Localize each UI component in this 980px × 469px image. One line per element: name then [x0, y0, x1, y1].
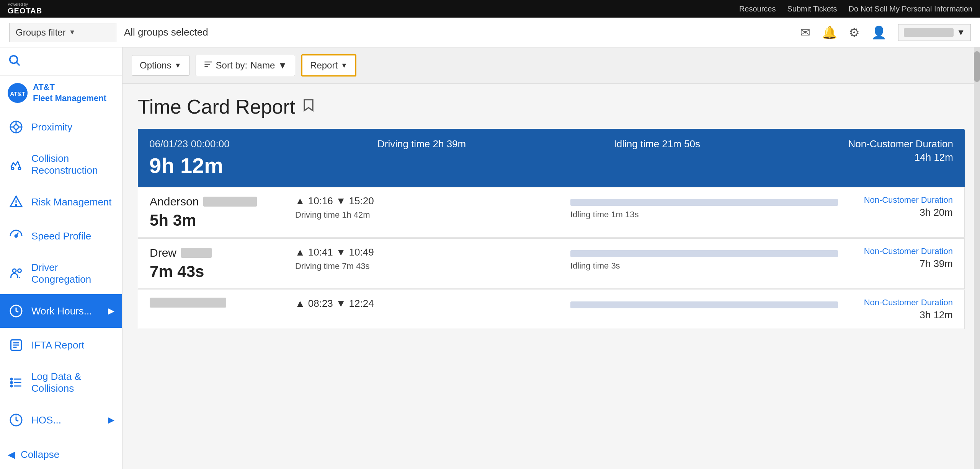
workhours-icon — [8, 303, 24, 319]
summary-driving-time: Driving time 2h 39m — [377, 138, 466, 150]
driver-driving-anderson: Driving time 1h 42m — [295, 210, 563, 220]
geotab-logo: Powered by GEOTAB — [8, 2, 42, 15]
depart-time-drew: 10:49 — [349, 246, 374, 258]
hos-chevron-icon: ▶ — [108, 415, 114, 425]
sidebar-item-proximity[interactable]: Proximity — [0, 110, 122, 144]
sidebar-item-workhours[interactable]: Work Hours... ▶ — [0, 294, 122, 328]
depart-time-anderson: 15:20 — [349, 195, 374, 207]
sort-chevron-icon: ▼ — [278, 60, 287, 71]
svg-point-14 — [15, 235, 17, 237]
hos-icon — [8, 412, 24, 428]
logo-area: Powered by GEOTAB — [8, 2, 42, 15]
sidebar-item-logdata[interactable]: Log Data & Collisions — [0, 362, 122, 403]
report-title-text: Time Card Report — [138, 95, 295, 118]
main-layout: AT&T AT&T Fleet Management — [0, 47, 980, 469]
bell-icon-button[interactable]: 🔔 — [822, 25, 837, 40]
user-icon-button[interactable]: 👤 — [871, 25, 887, 40]
driver-time-range-drew: ▲ 10:41 ▼ 10:49 — [295, 246, 563, 258]
sidebar: AT&T AT&T Fleet Management — [0, 47, 122, 469]
options-button[interactable]: Options ▼ — [132, 55, 189, 76]
driver-row-3: ▲ 08:23 ▼ 12:24 Non-Customer Duration 3h… — [138, 290, 965, 329]
progress-bar-drew — [570, 250, 838, 257]
summary-header: 06/01/23 00:00:00 9h 12m Driving time 2h… — [138, 129, 965, 187]
geotab-logo-text: GEOTAB — [8, 7, 42, 15]
brand-name-line1: AT&T — [33, 82, 106, 93]
driver-name-block-3 — [150, 298, 287, 308]
sidebar-item-risk[interactable]: Risk Management — [0, 185, 122, 219]
driver-name-drew: Drew — [150, 246, 287, 259]
sort-value: Name — [250, 60, 275, 71]
sidebar-collapse[interactable]: ◀ Collapse — [0, 440, 122, 469]
report-title: Time Card Report — [138, 95, 965, 118]
risk-icon — [8, 194, 24, 210]
arrive-time-anderson: 10:16 — [308, 195, 333, 207]
mail-icon-button[interactable]: ✉ — [800, 25, 810, 40]
sidebar-item-label-hos: HOS... — [31, 414, 61, 426]
user-name-blur — [904, 28, 954, 37]
scroll-thumb[interactable] — [974, 51, 980, 82]
sidebar-item-ifta[interactable]: IFTA Report — [0, 328, 122, 362]
summary-non-customer-value: 14h 12m — [848, 151, 953, 163]
driver-idling-drew: Idling time 3s — [570, 261, 838, 271]
sidebar-item-hos[interactable]: HOS... ▶ — [0, 403, 122, 437]
svg-point-15 — [13, 269, 16, 272]
driver-noncust-val-anderson: 3h 20m — [846, 207, 953, 218]
driver-total-anderson: 5h 3m — [150, 211, 287, 230]
sidebar-item-label-collision: Collision Reconstruction — [31, 153, 114, 176]
progress-bar-container-drew: Idling time 3s — [570, 246, 838, 271]
sidebar-item-label-congregation: Driver Congregation — [31, 262, 114, 285]
sidebar-search[interactable] — [0, 47, 122, 76]
nav-items: Proximity Collision Reconstruction — [0, 110, 122, 440]
user-dropdown-button[interactable]: ▼ — [898, 24, 971, 41]
submit-tickets-link[interactable]: Submit Tickets — [787, 5, 837, 13]
driver-times-drew: ▲ 10:41 ▼ 10:49 Driving time 7m 43s — [295, 246, 563, 271]
driver-total-drew: 7m 43s — [150, 262, 287, 281]
driver-noncust-block-3: Non-Customer Duration 3h 12m — [846, 298, 953, 321]
driver-name-blur-anderson — [203, 197, 257, 207]
report-label: Report — [310, 60, 338, 71]
sort-button[interactable]: Sort by: Name ▼ — [196, 55, 296, 76]
driver-time-range-anderson: ▲ 10:16 ▼ 15:20 — [295, 195, 563, 207]
sidebar-item-label-ifta: IFTA Report — [31, 339, 84, 351]
driver-noncust-val-drew: 7h 39m — [846, 258, 953, 270]
sidebar-item-speed[interactable]: Speed Profile — [0, 219, 122, 253]
driver-name-block-anderson: Anderson 5h 3m — [150, 195, 287, 230]
driver-name-blur-3 — [150, 298, 226, 308]
groups-filter-button[interactable]: Groups filter ▼ — [9, 23, 116, 42]
driver-name-anderson: Anderson — [150, 195, 287, 208]
driver-times-anderson: ▲ 10:16 ▼ 15:20 Driving time 1h 42m — [295, 195, 563, 220]
arrive-time-3: 08:23 — [308, 298, 333, 309]
resources-link[interactable]: Resources — [739, 5, 776, 13]
driver-times-3: ▲ 08:23 ▼ 12:24 — [295, 298, 563, 309]
sidebar-item-label-risk: Risk Management — [31, 196, 112, 208]
proximity-icon — [8, 119, 24, 135]
gear-icon-button[interactable]: ⚙ — [849, 25, 860, 40]
driver-time-range-3: ▲ 08:23 ▼ 12:24 — [295, 298, 563, 309]
depart-arrow-anderson: ▼ — [336, 195, 346, 207]
driver-name-3 — [150, 298, 287, 308]
driver-noncust-label-3: Non-Customer Duration — [846, 298, 953, 308]
do-not-sell-link[interactable]: Do Not Sell My Personal Information — [849, 5, 972, 13]
sidebar-item-congregation[interactable]: Driver Congregation — [0, 253, 122, 294]
scroll-bar[interactable] — [974, 47, 980, 469]
report-button[interactable]: Report ▼ — [301, 54, 356, 77]
brand-name-line2: Fleet Management — [33, 93, 106, 104]
svg-point-5 — [14, 125, 18, 129]
driver-noncust-label-anderson: Non-Customer Duration — [846, 195, 953, 205]
groups-bar-icons: ✉ 🔔 ⚙ 👤 ▼ — [800, 24, 971, 41]
driver-row-anderson: Anderson 5h 3m ▲ 10:16 ▼ 15:20 Driving t… — [138, 187, 965, 238]
progress-bar-3 — [570, 301, 838, 308]
driver-name-blur-drew — [181, 248, 212, 258]
sort-icon — [204, 60, 213, 71]
workhours-chevron-icon: ▶ — [108, 306, 114, 316]
sidebar-item-label-speed: Speed Profile — [31, 230, 91, 242]
svg-point-10 — [11, 168, 14, 170]
bookmark-icon[interactable] — [301, 98, 316, 116]
sort-label: Sort by: — [216, 60, 248, 71]
driver-row-content-anderson: Anderson 5h 3m ▲ 10:16 ▼ 15:20 Driving t… — [138, 187, 964, 237]
depart-arrow-drew: ▼ — [336, 246, 346, 258]
driver-row-content-3: ▲ 08:23 ▼ 12:24 Non-Customer Duration 3h… — [138, 290, 964, 329]
svg-point-26 — [11, 382, 13, 384]
progress-bar-container-anderson: Idling time 1m 13s — [570, 195, 838, 220]
sidebar-item-collision[interactable]: Collision Reconstruction — [0, 144, 122, 185]
